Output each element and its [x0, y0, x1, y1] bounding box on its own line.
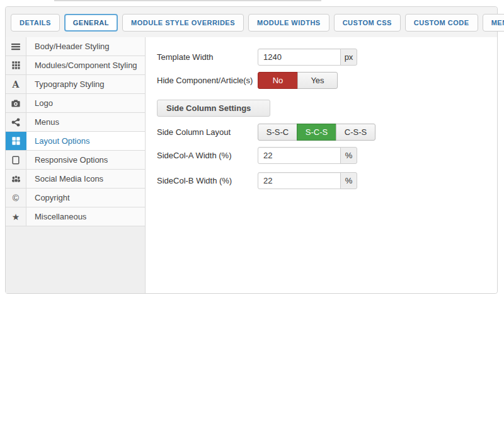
- hide-component-row: Hide Component/Article(s) No Yes: [157, 72, 490, 89]
- settings-sidebar: Body/Header Styling Modules/Component St…: [6, 37, 146, 293]
- sidecol-a-width-label: SideCol-A Width (%): [157, 147, 258, 164]
- template-width-label: Template Width: [157, 49, 258, 66]
- sidecol-b-width-row: SideCol-B Width (%) %: [157, 172, 490, 189]
- sidebar-item-label: Social Media Icons: [26, 170, 145, 188]
- sidecol-a-width-input[interactable]: [258, 147, 341, 164]
- settings-content: Body/Header Styling Modules/Component St…: [6, 37, 497, 293]
- sidebar-item-label: Layout Options: [26, 132, 145, 150]
- cropped-divider: [54, 0, 321, 1]
- layout-scs-button[interactable]: S-C-S: [297, 124, 336, 141]
- sidebar-item-layout-options[interactable]: Layout Options: [6, 132, 145, 151]
- sidebar-item-modules-component-styling[interactable]: Modules/Component Styling: [6, 56, 145, 75]
- font-a-glyph: A: [13, 80, 20, 89]
- sidebar-item-label: Responsive Options: [26, 151, 145, 169]
- layout-options-form: Template Width px Hide Component/Article…: [146, 37, 497, 293]
- side-column-layout-row: Side Column Layout S-S-C S-C-S C-S-S: [157, 124, 490, 141]
- percent-unit-addon: %: [340, 172, 357, 189]
- sidebar-item-typography-styling[interactable]: A Typography Styling: [6, 75, 145, 94]
- sidebar-item-body-header-styling[interactable]: Body/Header Styling: [6, 37, 145, 56]
- sidebar-item-label: Body/Header Styling: [26, 37, 145, 55]
- hide-component-toggle: No Yes: [258, 72, 338, 89]
- sidebar-item-label: Miscellaneous: [26, 207, 145, 226]
- sidebar-item-miscellaneous[interactable]: ★ Miscellaneous: [6, 207, 145, 226]
- star-icon: ★: [6, 207, 26, 226]
- sidecol-b-width-label: SideCol-B Width (%): [157, 172, 258, 189]
- grid-th-icon: [6, 56, 26, 74]
- side-column-settings-button[interactable]: Side Column Settings: [157, 100, 270, 117]
- sidebar-item-social-media-icons[interactable]: Social Media Icons: [6, 170, 145, 189]
- sidebar-item-label: Logo: [26, 94, 145, 112]
- tab-custom-code[interactable]: CUSTOM CODE: [405, 14, 478, 32]
- square-outline-icon: [6, 151, 26, 169]
- percent-unit-addon: %: [340, 147, 357, 164]
- camera-icon: [6, 94, 26, 112]
- sidebar-item-label: Typography Styling: [26, 75, 145, 93]
- tab-details[interactable]: DETAILS: [11, 14, 60, 32]
- sidebar-item-label: Menus: [26, 113, 145, 131]
- sidebar-item-label: Modules/Component Styling: [26, 56, 145, 74]
- users-icon: [6, 170, 26, 188]
- sidebar-item-menus[interactable]: Menus: [6, 113, 145, 132]
- layout-css-button[interactable]: C-S-S: [336, 124, 375, 141]
- px-unit-addon: px: [340, 49, 357, 66]
- sidebar-item-logo[interactable]: Logo: [6, 94, 145, 113]
- hide-component-no-button[interactable]: No: [258, 72, 298, 89]
- sidecol-b-width-input[interactable]: [258, 172, 341, 189]
- layout-ssc-button[interactable]: S-S-C: [258, 124, 297, 141]
- sidebar-item-label: Copyright: [26, 189, 145, 207]
- tab-custom-css[interactable]: CUSTOM CSS: [334, 14, 401, 32]
- tab-bar: DETAILS GENERAL MODULE STYLE OVERRIDES M…: [6, 7, 497, 37]
- star-glyph: ★: [12, 212, 20, 221]
- side-column-layout-toggle: S-S-C S-C-S C-S-S: [258, 124, 375, 141]
- font-a-icon: A: [6, 75, 26, 93]
- copyright-icon: ©: [6, 189, 26, 207]
- tab-menu-assignment[interactable]: MENU ASSIGNMENT: [483, 14, 504, 32]
- sidebar-filler: [6, 226, 145, 293]
- sidebar-item-copyright[interactable]: © Copyright: [6, 189, 145, 207]
- tab-general[interactable]: GENERAL: [64, 14, 118, 32]
- tab-module-style-overrides[interactable]: MODULE STYLE OVERRIDES: [122, 14, 244, 32]
- side-column-layout-label: Side Column Layout: [157, 124, 258, 141]
- sidecol-a-width-row: SideCol-A Width (%) %: [157, 147, 490, 164]
- th-large-icon: [6, 132, 26, 150]
- template-settings-panel: DETAILS GENERAL MODULE STYLE OVERRIDES M…: [5, 6, 498, 294]
- hide-component-label: Hide Component/Article(s): [157, 72, 258, 89]
- template-width-input[interactable]: [258, 49, 341, 66]
- menu-bars-icon: [6, 37, 26, 55]
- tab-module-widths[interactable]: MODULE WIDTHS: [248, 14, 329, 32]
- copyright-glyph: ©: [13, 194, 19, 202]
- sidebar-item-responsive-options[interactable]: Responsive Options: [6, 151, 145, 170]
- hide-component-yes-button[interactable]: Yes: [297, 72, 338, 89]
- share-nodes-icon: [6, 113, 26, 131]
- template-width-row: Template Width px: [157, 49, 490, 66]
